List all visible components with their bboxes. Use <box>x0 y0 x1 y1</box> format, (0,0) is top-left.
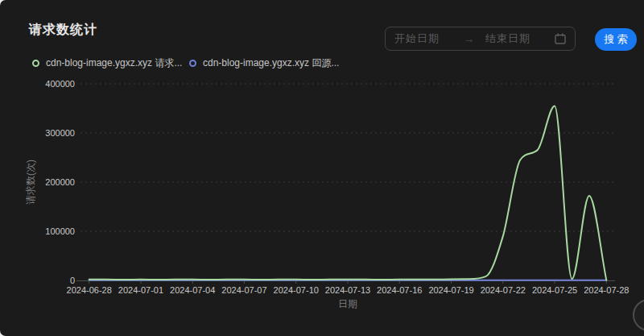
svg-text:2024-07-28: 2024-07-28 <box>584 285 629 295</box>
legend-label-requests: cdn-blog-image.ygxz.xyz 请求... <box>46 56 182 70</box>
svg-text:2024-07-13: 2024-07-13 <box>325 285 370 295</box>
legend-marker-origin-icon <box>189 60 196 67</box>
end-date-input[interactable]: 结束日期 <box>485 31 530 46</box>
search-button[interactable]: 搜索 <box>595 28 637 51</box>
y-axis-labels: 0100000200000300000400000 <box>45 79 75 285</box>
svg-text:2024-07-25: 2024-07-25 <box>532 285 577 295</box>
svg-text:2024-07-22: 2024-07-22 <box>481 285 526 295</box>
request-stats-card: 01000002000003000004000002024-06-282024-… <box>0 0 644 336</box>
x-axis-title: 日期 <box>338 298 357 309</box>
date-range-picker[interactable]: 开始日期 → 结束日期 <box>385 27 576 51</box>
svg-text:2024-07-19: 2024-07-19 <box>428 285 473 295</box>
svg-text:2024-07-07: 2024-07-07 <box>221 285 266 295</box>
legend-marker-requests-icon <box>32 60 39 67</box>
svg-text:2024-07-10: 2024-07-10 <box>274 285 319 295</box>
x-axis-labels: 2024-06-282024-07-012024-07-042024-07-07… <box>67 285 630 295</box>
svg-text:2024-07-04: 2024-07-04 <box>170 285 215 295</box>
svg-text:400000: 400000 <box>45 79 75 89</box>
series-line <box>89 106 607 280</box>
svg-text:200000: 200000 <box>45 177 75 187</box>
legend-item-origin[interactable]: cdn-blog-image.ygxz.xyz 回源... <box>189 56 339 70</box>
range-arrow-icon: → <box>464 33 474 45</box>
y-axis-title: 请求数(次) <box>25 160 36 205</box>
legend-item-requests[interactable]: cdn-blog-image.ygxz.xyz 请求... <box>32 56 182 70</box>
gridlines <box>80 84 615 231</box>
svg-text:2024-07-01: 2024-07-01 <box>118 285 163 295</box>
svg-text:100000: 100000 <box>45 226 75 236</box>
svg-text:0: 0 <box>70 276 75 285</box>
start-date-input[interactable]: 开始日期 <box>394 31 440 46</box>
svg-text:2024-06-28: 2024-06-28 <box>67 285 112 295</box>
page-title: 请求数统计 <box>29 22 97 39</box>
svg-text:300000: 300000 <box>45 128 75 138</box>
calendar-icon <box>555 33 566 44</box>
svg-text:2024-07-16: 2024-07-16 <box>377 285 422 295</box>
legend-label-origin: cdn-blog-image.ygxz.xyz 回源... <box>203 56 339 70</box>
